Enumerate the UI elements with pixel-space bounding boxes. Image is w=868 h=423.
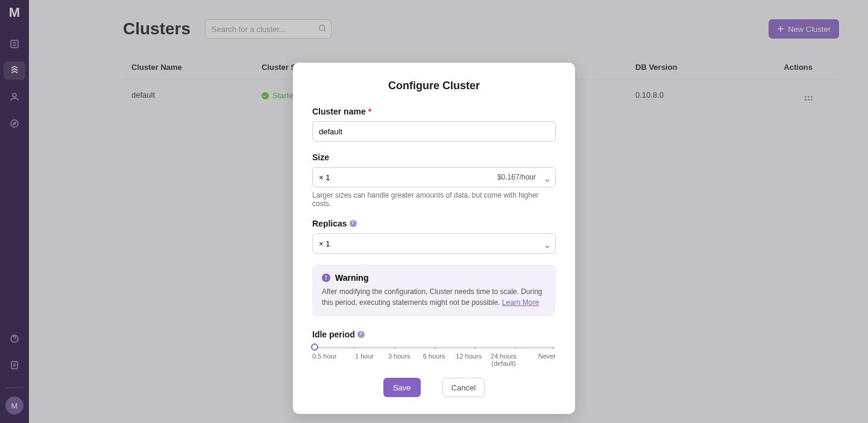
idle-period-slider[interactable] [313,346,555,349]
modal-overlay: Configure Cluster Cluster name* Size × 1… [0,0,868,423]
cluster-name-label: Cluster name* [312,107,556,116]
warning-title: Warning [335,273,368,283]
save-button[interactable]: Save [383,378,421,397]
size-value: × 1 [319,173,330,182]
idle-opt-3: 6 hours [417,352,451,367]
modal-title: Configure Cluster [312,80,556,92]
cluster-name-input[interactable] [312,121,556,142]
info-icon[interactable] [350,220,357,227]
size-label: Size [312,152,556,162]
configure-cluster-modal: Configure Cluster Cluster name* Size × 1… [293,63,575,414]
chevron-down-icon [545,241,550,246]
idle-opt-6: Never [521,352,556,367]
slider-handle[interactable] [311,343,318,351]
replicas-select[interactable]: × 1 [312,233,556,254]
idle-opt-4: 12 hours [451,352,486,367]
replicas-value: × 1 [319,239,330,248]
chevron-down-icon [545,175,550,180]
size-help-text: Larger sizes can handle greater amounts … [312,191,556,208]
warning-icon: ! [322,274,330,282]
info-icon[interactable] [357,331,365,338]
idle-opt-1: 1 hour [347,352,382,367]
cancel-button[interactable]: Cancel [442,378,485,397]
idle-opt-0: 0.5 hour [312,352,347,367]
slider-labels: 0.5 hour 1 hour 3 hours 6 hours 12 hours… [312,352,556,367]
learn-more-link[interactable]: Learn More [502,298,539,307]
size-select[interactable]: × 1 $0.167/hour [312,167,556,187]
size-price: $0.167/hour [497,173,536,181]
warning-box: ! Warning After modifying the configurat… [312,265,556,316]
replicas-label: Replicas [312,219,556,228]
idle-period-label: Idle period [312,330,556,339]
idle-opt-2: 3 hours [382,352,417,367]
idle-opt-5: 24 hours(default) [486,352,521,367]
